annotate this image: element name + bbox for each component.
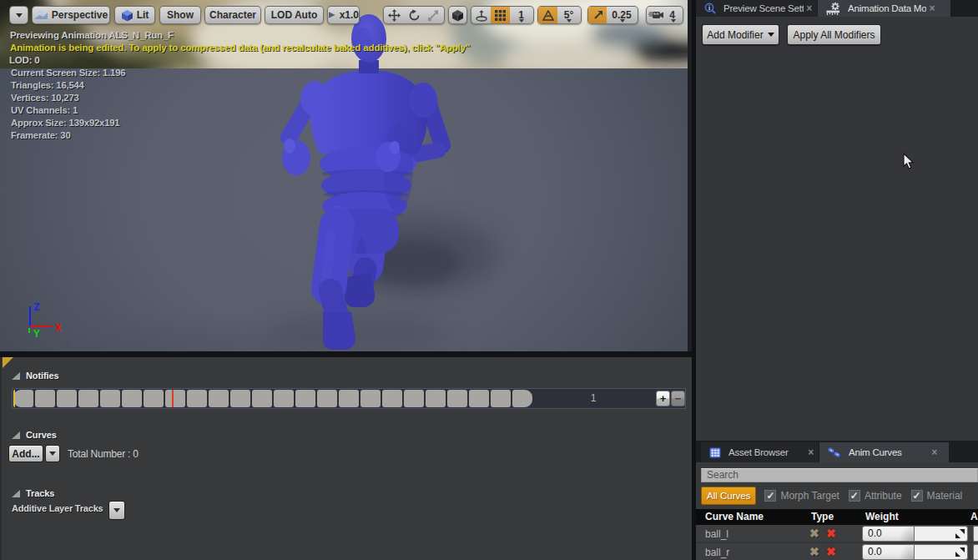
close-tab-icon[interactable]: × [931,446,937,458]
translate-tool-button[interactable] [384,7,404,23]
angle-snap-toggle[interactable] [538,7,557,23]
notify-frame-segment[interactable] [491,390,511,407]
notify-track-segments[interactable] [13,390,532,407]
camera-speed-button[interactable] [647,7,664,23]
grid-snap-value[interactable]: 1 [510,7,533,23]
weight-spinbox[interactable]: 0.0 [862,544,968,560]
lit-button[interactable]: Lit [114,6,155,24]
additive-layer-tracks-dropdown[interactable] [108,501,125,520]
add-modifier-button[interactable]: Add Modifier [702,24,779,45]
curve-type-material-icon[interactable]: ✖ [826,545,836,558]
scale-snap-value[interactable]: 0.25 [607,7,638,23]
tab-anim-curves[interactable]: Anim Curves × [819,442,949,462]
notify-frame-segment[interactable] [274,390,294,407]
add-curve-dropdown-button[interactable] [45,445,60,462]
caret-down-icon [49,452,56,456]
show-button[interactable]: Show [159,6,201,24]
grid-snap-toggle[interactable] [491,7,510,23]
play-icon [328,11,336,19]
col-type[interactable]: Type [811,511,834,522]
notify-frame-segment[interactable] [78,390,98,407]
all-curves-filter-button[interactable]: All Curves [701,487,756,505]
notify-frame-segment[interactable] [209,390,229,407]
notifies-section-header[interactable]: Notifies [12,371,59,381]
notify-frame-segment[interactable] [100,390,120,407]
apply-all-modifiers-button[interactable]: Apply All Modifiers [787,24,881,45]
checkbox-checked-icon[interactable]: ✓ [911,490,923,502]
notify-frame-segment[interactable] [295,390,315,407]
hud-lod: LOD: 0 [9,55,40,65]
notify-track-row[interactable]: 1 + − [12,388,686,409]
notify-frame-segment[interactable] [35,390,55,407]
notify-frame-segment[interactable] [13,390,33,407]
hud-stat-line: Approx Size: 139x92x191 [11,118,125,130]
horizontal-splitter[interactable] [0,351,692,357]
perspective-button[interactable]: Perspective [32,6,110,24]
lod-auto-button[interactable]: LOD Auto [265,6,324,24]
playhead-marker[interactable] [172,390,174,407]
add-notify-track-button[interactable]: + [656,391,670,406]
notify-frame-segment[interactable] [512,390,532,407]
checkbox-checked-icon[interactable]: ✓ [764,490,776,502]
notify-frame-segment[interactable] [404,390,424,407]
viewport-options-button[interactable] [9,6,28,24]
character-button[interactable]: Character [204,6,261,24]
notify-frame-segment[interactable] [57,390,77,407]
notify-frame-segment[interactable] [469,390,489,407]
curve-type-material-icon[interactable]: ✖ [826,527,836,540]
curve-row-ball_r[interactable]: ball_r✖✖0.0 [696,543,978,560]
checkbox-checked-icon[interactable]: ✓ [849,490,860,502]
close-tab-icon[interactable]: × [929,3,935,14]
notify-frame-segment[interactable] [360,390,381,407]
notify-frame-segment[interactable] [122,390,142,407]
notify-frame-segment[interactable] [165,390,185,407]
rotate-tool-button[interactable] [404,7,423,23]
tab-animation-data-modifiers[interactable]: Animation Data Mo × [818,0,950,17]
surface-snap-button[interactable] [471,7,491,23]
scale-tool-button[interactable] [424,7,444,23]
camera-speed-value[interactable]: 4 [664,7,683,23]
tab-preview-scene-settings[interactable]: i Preview Scene Sett × [696,0,817,17]
preview-viewport[interactable]: Z X Y Previewing Animation ALS_N_Run_F A… [0,0,692,351]
axis-y-label: Y [33,327,40,340]
auto-checkbox-partial[interactable] [973,526,978,542]
playback-speed-button[interactable]: x1.0 [327,6,360,24]
notify-frame-segment[interactable] [382,390,402,407]
close-tab-icon[interactable]: × [806,3,812,14]
weight-value[interactable]: 0.0 [862,544,914,560]
curve-type-bone-icon[interactable]: ✖ [809,545,819,558]
add-curve-button[interactable]: Add... [8,445,43,462]
filter-label: Attribute [865,490,902,502]
notify-frame-segment[interactable] [144,390,164,407]
close-tab-icon[interactable]: × [808,446,814,458]
tab-asset-browser[interactable]: Asset Browser × [701,442,819,462]
auto-checkbox-partial[interactable] [973,544,978,560]
weight-slider-area[interactable] [914,526,968,542]
weight-value[interactable]: 0.0 [862,526,914,542]
weight-slider-area[interactable] [914,544,968,560]
notify-frame-segment[interactable] [187,390,207,407]
curve-row-ball_l[interactable]: ball_l✖✖0.0 [696,525,978,543]
tracks-section-header[interactable]: Tracks [12,488,54,498]
col-curve-name[interactable]: Curve Name [705,511,764,522]
col-weight[interactable]: Weight [865,511,899,522]
notify-frame-segment[interactable] [317,390,337,407]
filter-checkbox-material[interactable]: ✓Material [911,490,963,502]
filter-checkbox-morph-target[interactable]: ✓Morph Target [764,490,839,502]
scale-snap-toggle[interactable] [588,7,607,23]
angle-snap-value[interactable]: 5° [557,7,581,23]
search-input[interactable]: Search [701,468,978,482]
notify-frame-segment[interactable] [426,390,446,407]
notify-frame-segment[interactable] [230,390,250,407]
weight-spinbox[interactable]: 0.0 [862,526,968,542]
filter-checkbox-attribute[interactable]: ✓Attribute [849,490,902,502]
col-auto[interactable]: A [970,511,978,522]
notify-frame-segment[interactable] [252,390,272,407]
surface-snap-icon [475,9,488,22]
curve-type-bone-icon[interactable]: ✖ [809,527,819,540]
notify-frame-segment[interactable] [339,390,359,407]
remove-notify-track-button[interactable]: − [671,391,685,406]
notify-frame-segment[interactable] [447,390,467,407]
curves-section-header[interactable]: Curves [12,430,57,440]
coordinate-system-button[interactable] [448,6,467,24]
